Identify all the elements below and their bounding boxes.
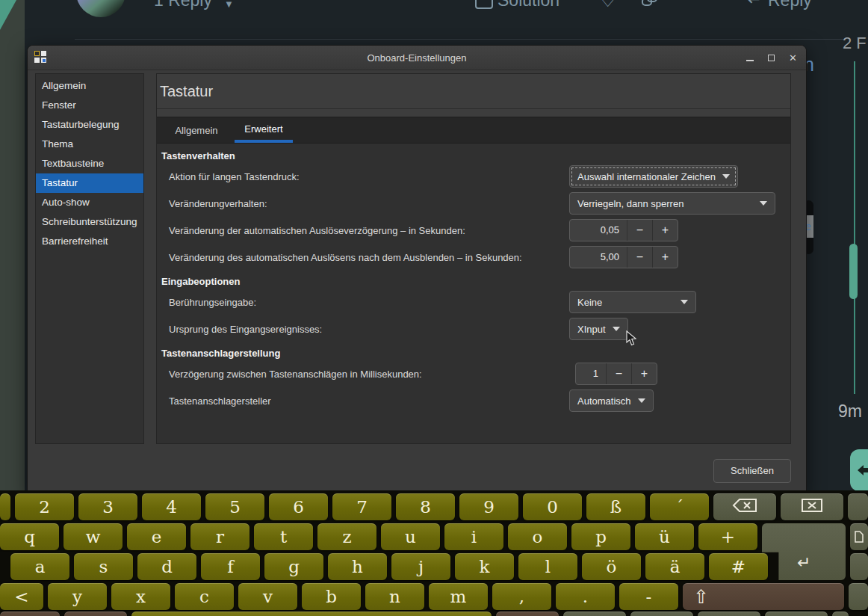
dropdown-auswahl-internationaler-zeichen[interactable]: Auswahl internationaler Zeichen xyxy=(569,165,738,188)
key-#[interactable]: # xyxy=(709,553,768,580)
sidebar-item-tastaturbelegung[interactable]: Tastaturbelegung xyxy=(36,115,143,135)
key-o[interactable]: o xyxy=(508,523,567,550)
key-c[interactable]: c xyxy=(175,583,234,610)
key-f[interactable]: f xyxy=(201,553,260,580)
scroll-back-button[interactable] xyxy=(850,449,868,491)
key-4[interactable]: 4 xyxy=(142,493,201,520)
key-w[interactable]: w xyxy=(63,523,123,550)
key-n[interactable]: n xyxy=(365,583,424,610)
key-d[interactable]: d xyxy=(137,553,196,580)
key-partial[interactable] xyxy=(630,612,693,616)
key-3[interactable]: 3 xyxy=(78,493,137,520)
key--[interactable]: - xyxy=(619,583,678,610)
spinbox-decrease-button[interactable]: − xyxy=(627,220,652,241)
key-partial[interactable] xyxy=(0,493,10,520)
key-partial[interactable] xyxy=(848,493,868,520)
key-6[interactable]: 6 xyxy=(269,493,328,520)
key-<[interactable]: < xyxy=(0,583,43,610)
delete-key[interactable] xyxy=(781,493,843,520)
key-partial[interactable] xyxy=(64,612,127,616)
key-0[interactable]: 0 xyxy=(523,493,582,520)
key-s[interactable]: s xyxy=(74,553,133,580)
sidebar-item-thema[interactable]: Thema xyxy=(36,135,143,154)
key-partial[interactable] xyxy=(496,612,559,616)
key-partial[interactable] xyxy=(850,553,868,580)
key-l[interactable]: l xyxy=(518,553,577,580)
key-a[interactable]: a xyxy=(10,553,69,580)
dropdown-xinput[interactable]: XInput xyxy=(569,318,628,340)
dropdown-automatisch[interactable]: Automatisch xyxy=(569,389,654,412)
key-ö[interactable]: ö xyxy=(582,553,641,580)
topic-timeline-track[interactable] xyxy=(854,61,855,394)
minimize-button[interactable] xyxy=(746,60,754,61)
tab-allgemein[interactable]: Allgemein xyxy=(167,117,226,143)
replies-toggle[interactable]: 1 Reply xyxy=(154,0,212,10)
key-y[interactable]: y xyxy=(48,583,107,610)
sidebar-item-allgemein[interactable]: Allgemein xyxy=(36,76,143,96)
dropdown-keine[interactable]: Keine xyxy=(569,291,696,313)
close-button[interactable]: Schließen xyxy=(713,459,791,483)
spinbox-decrease-button[interactable]: − xyxy=(627,247,652,268)
link-icon[interactable] xyxy=(641,0,657,10)
avatar[interactable] xyxy=(76,0,125,17)
key-b[interactable]: b xyxy=(302,583,361,610)
key-ä[interactable]: ä xyxy=(645,553,704,580)
topic-timeline-thumb[interactable] xyxy=(849,244,858,299)
key-2[interactable]: 2 xyxy=(15,493,74,520)
sidebar-item-fenster[interactable]: Fenster xyxy=(36,96,143,115)
window-titlebar[interactable]: Onboard-Einstellungen ✕ xyxy=(28,46,806,70)
key-h[interactable]: h xyxy=(328,553,387,580)
key-z[interactable]: z xyxy=(317,523,376,550)
spinbox-value[interactable]: 0,05 xyxy=(570,220,627,241)
key-i[interactable]: i xyxy=(444,523,503,550)
key-9[interactable]: 9 xyxy=(459,493,518,520)
sidebar-item-auto-show[interactable]: Auto-show xyxy=(36,193,143,212)
like-icon[interactable]: ♡ xyxy=(599,0,616,12)
sidebar-item-tastatur[interactable]: Tastatur xyxy=(36,173,143,193)
key-´[interactable]: ´ xyxy=(650,493,709,520)
reply-button[interactable]: Reply xyxy=(768,0,812,10)
key-partial[interactable] xyxy=(849,583,868,610)
page-key[interactable] xyxy=(850,523,868,550)
spinbox-value[interactable]: 1 xyxy=(576,363,606,384)
shift-key[interactable]: ⇧ xyxy=(683,583,844,610)
sidebar-item-textbausteine[interactable]: Textbausteine xyxy=(36,154,143,173)
solution-button[interactable]: Solution xyxy=(497,0,559,10)
key-+[interactable]: + xyxy=(698,523,757,550)
key-r[interactable]: r xyxy=(190,523,249,550)
tab-erweitert[interactable]: Erweitert xyxy=(235,117,293,143)
key-partial[interactable] xyxy=(698,612,760,616)
key-7[interactable]: 7 xyxy=(332,493,391,520)
sidebar-item-barrierefreiheit[interactable]: Barrierefreiheit xyxy=(36,232,143,251)
key-partial[interactable] xyxy=(563,612,626,616)
key-t[interactable]: t xyxy=(254,523,313,550)
key-ü[interactable]: ü xyxy=(635,523,694,550)
key-,[interactable]: , xyxy=(492,583,551,610)
key-p[interactable]: p xyxy=(571,523,630,550)
key-partial[interactable] xyxy=(832,612,849,616)
key-u[interactable]: u xyxy=(381,523,440,550)
key-k[interactable]: k xyxy=(455,553,514,580)
key-g[interactable]: g xyxy=(264,553,323,580)
key-x[interactable]: x xyxy=(111,583,170,610)
key-partial[interactable] xyxy=(765,612,828,616)
key-e[interactable]: e xyxy=(127,523,186,550)
backspace-key[interactable] xyxy=(713,493,776,520)
key-m[interactable]: m xyxy=(429,583,488,610)
key-partial[interactable] xyxy=(0,612,60,616)
key-8[interactable]: 8 xyxy=(396,493,455,520)
key-v[interactable]: v xyxy=(238,583,297,610)
key-.[interactable]: . xyxy=(556,583,615,610)
sidebar-item-schreibunterst-tzung[interactable]: Schreibunterstützung xyxy=(36,212,143,232)
key-5[interactable]: 5 xyxy=(205,493,264,520)
maximize-button[interactable] xyxy=(768,55,775,61)
spinbox-increase-button[interactable]: + xyxy=(652,220,678,241)
spinbox-decrease-button[interactable]: − xyxy=(606,363,631,384)
key-q[interactable]: q xyxy=(0,523,59,550)
dropdown-verriegeln-dann-sperren[interactable]: Verriegeln, dann sperren xyxy=(569,192,775,215)
key-j[interactable]: j xyxy=(391,553,450,580)
close-window-button[interactable]: ✕ xyxy=(789,53,797,63)
key-partial[interactable] xyxy=(131,612,492,616)
enter-key[interactable]: ↵ xyxy=(762,523,846,580)
spinbox-increase-button[interactable]: + xyxy=(631,363,657,384)
